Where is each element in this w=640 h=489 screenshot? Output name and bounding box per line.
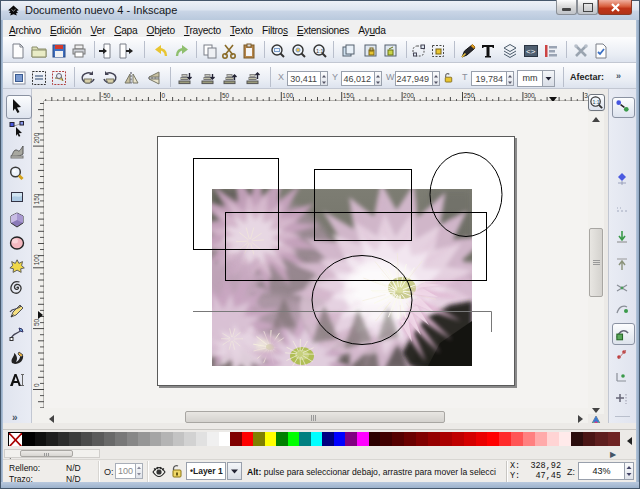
svg-text:0: 0 [33,383,40,387]
svg-text:1:1: 1:1 [316,48,324,54]
svg-text:-50: -50 [101,92,111,99]
svg-text:150: 150 [343,92,354,99]
svg-text:100: 100 [282,92,293,99]
svg-text:50: 50 [33,318,40,326]
svg-text:200: 200 [403,92,414,99]
svg-text:<>: <> [526,47,536,56]
svg-text:250: 250 [464,92,475,99]
svg-text:1:1: 1:1 [592,99,599,105]
svg-text:0: 0 [162,92,166,99]
svg-text:50: 50 [222,92,230,99]
svg-text:300: 300 [524,92,535,99]
